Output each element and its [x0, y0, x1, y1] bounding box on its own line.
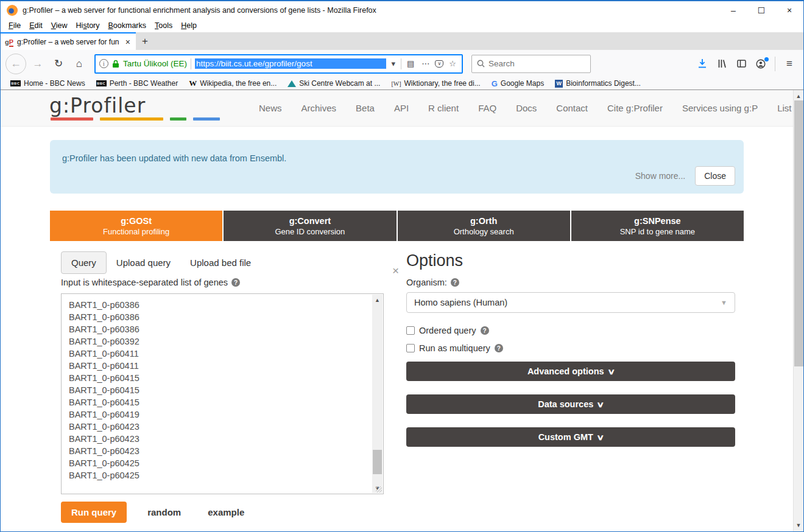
bookmark-bioinformatics-digest[interactable]: WBioinformatics Digest...	[550, 79, 646, 88]
forward-icon[interactable]: →	[29, 55, 47, 73]
advanced-options-button[interactable]: Advanced options∨	[406, 362, 735, 381]
google-icon: G	[492, 79, 498, 88]
url-bar[interactable]: i Tartu Ülikool (EE) https://biit.cs.ut.…	[94, 54, 463, 74]
menu-edit[interactable]: Edit	[25, 20, 47, 31]
menu-label-part: Hi	[76, 21, 83, 30]
custom-gmt-button[interactable]: Custom GMT∨	[406, 427, 735, 447]
library-icon[interactable]	[713, 55, 731, 73]
organism-select[interactable]: Homo sapiens (Human) ▼	[406, 292, 735, 313]
tab-gost[interactable]: g:GOSt Functional profiling	[50, 211, 222, 241]
scrollbar-thumb[interactable]	[373, 450, 382, 474]
page-scrollbar[interactable]: ▲ ▼	[793, 90, 803, 531]
bookmark-star-icon[interactable]: ☆	[447, 59, 458, 68]
data-sources-button[interactable]: Data sources∨	[406, 394, 735, 414]
page-actions-icon[interactable]: ⋯	[420, 59, 431, 68]
bookmark-wiktionary[interactable]: [W]Wiktionary, the free di...	[386, 79, 485, 88]
reader-mode-icon[interactable]: ▤	[405, 59, 416, 68]
tab-gconvert[interactable]: g:Convert Gene ID conversion	[224, 211, 396, 241]
new-tab-button[interactable]: +	[136, 32, 154, 50]
browser-tab-gprofiler[interactable]: gP g:Profiler – a web server for fun ×	[1, 32, 136, 50]
pocket-icon[interactable]: ∨	[435, 60, 443, 68]
organism-value: Homo sapiens (Human)	[414, 298, 507, 307]
url-input[interactable]: https://biit.cs.ut.ee/gprofiler/gost	[195, 58, 386, 69]
site-info-icon[interactable]: i	[99, 59, 108, 68]
search-bar[interactable]	[471, 55, 591, 73]
scroll-down-icon[interactable]: ▼	[794, 520, 803, 530]
account-icon[interactable]	[752, 55, 770, 73]
downloads-icon[interactable]	[693, 55, 711, 73]
chevron-down-icon: ∨	[596, 400, 604, 409]
bookmark-wikipedia[interactable]: WWikipedia, the free en...	[184, 78, 281, 89]
bookmark-bbc-news[interactable]: BBCHome - BBC News	[5, 79, 90, 88]
urlbar-separator	[401, 58, 401, 69]
firefox-window: g:Profiler – a web server for functional…	[0, 0, 804, 532]
bookmark-ski-webcam[interactable]: Ski Centre Webcam at ...	[283, 79, 385, 88]
nav-link-beta[interactable]: Beta	[346, 98, 384, 118]
gene-list-text[interactable]: BART1_0-p60386 BART1_0-p60386 BART1_0-p6…	[62, 296, 372, 491]
ordered-query-checkbox[interactable]	[406, 326, 415, 335]
menu-help[interactable]: Help	[177, 20, 201, 31]
home-icon[interactable]: ⌂	[70, 55, 88, 73]
browser-menu-icon[interactable]: ≡	[780, 55, 799, 73]
tab-close-icon[interactable]: ×	[124, 37, 132, 47]
scrollbar-thumb[interactable]	[794, 100, 803, 366]
tab-upload-bed-file[interactable]: Upload bed file	[180, 252, 261, 273]
gprofiler-logo[interactable]: g:Profiler	[49, 96, 220, 121]
nav-link-cite[interactable]: Cite g:Profiler	[598, 98, 672, 118]
tab-upload-query[interactable]: Upload query	[107, 252, 180, 273]
tab-gorth[interactable]: g:Orth Orthology search	[398, 211, 570, 241]
urlbar-separator	[191, 58, 191, 69]
help-icon[interactable]: ?	[451, 278, 459, 287]
nav-link-services[interactable]: Services using g:P	[672, 98, 767, 118]
word-doc-icon: W	[555, 80, 563, 88]
nav-link-api[interactable]: API	[384, 98, 418, 118]
gene-input-label: Input is whitespace-separated list of ge…	[61, 278, 228, 287]
help-icon[interactable]: ?	[481, 326, 489, 335]
site-identity-label[interactable]: Tartu Ülikool (EE)	[123, 59, 187, 68]
toolbar-separator	[775, 57, 775, 71]
menu-view[interactable]: View	[47, 20, 72, 31]
menu-label-part: B	[108, 21, 113, 30]
history-dropdown-icon[interactable]: ▾	[390, 59, 398, 68]
nav-link-r-client[interactable]: R client	[418, 98, 468, 118]
bookmark-bbc-weather[interactable]: BBCPerth - BBC Weather	[91, 79, 183, 88]
search-input[interactable]	[488, 59, 585, 68]
multiquery-checkbox[interactable]	[406, 344, 415, 352]
gene-input[interactable]: BART1_0-p60386 BART1_0-p60386 BART1_0-p6…	[61, 293, 384, 494]
nav-link-organisms[interactable]: List of organisms	[767, 98, 793, 118]
back-icon[interactable]: ←	[5, 54, 26, 74]
tab-gsnpense[interactable]: g:SNPense SNP id to gene name	[571, 211, 744, 241]
menu-file[interactable]: File	[4, 20, 25, 31]
help-icon[interactable]: ?	[495, 344, 503, 352]
help-icon[interactable]: ?	[231, 278, 240, 287]
nav-link-news[interactable]: News	[249, 98, 292, 118]
maximize-button[interactable]: ☐	[747, 1, 775, 19]
nav-link-contact[interactable]: Contact	[546, 98, 598, 118]
close-button[interactable]: ×	[775, 1, 803, 19]
nav-link-archives[interactable]: Archives	[292, 98, 347, 118]
example-button[interactable]: example	[202, 503, 250, 521]
scroll-up-icon[interactable]: ▲	[794, 91, 803, 101]
show-more-link[interactable]: Show more...	[635, 171, 685, 181]
bookmark-google-maps[interactable]: GGoogle Maps	[487, 79, 549, 89]
nav-link-docs[interactable]: Docs	[506, 98, 546, 118]
random-button[interactable]: random	[141, 503, 187, 521]
minimize-button[interactable]: –	[719, 1, 747, 19]
scroll-up-icon[interactable]: ▲	[372, 295, 383, 305]
menu-history[interactable]: History	[72, 20, 104, 31]
menu-bookmarks[interactable]: Bookmarks	[104, 20, 151, 31]
multiquery-label: Run as multiquery	[419, 343, 490, 353]
resize-grip[interactable]	[376, 486, 382, 492]
sidebar-toggle-icon[interactable]	[732, 55, 750, 73]
gene-input-scrollbar[interactable]: ▲ ▼	[372, 295, 383, 493]
lock-icon	[112, 60, 119, 68]
run-query-button[interactable]: Run query	[61, 502, 127, 523]
tab-query[interactable]: Query	[61, 251, 107, 274]
clear-input-icon[interactable]: ×	[392, 265, 399, 276]
options-title: Options	[406, 251, 735, 270]
reload-icon[interactable]: ↻	[49, 55, 68, 73]
nav-link-faq[interactable]: FAQ	[468, 98, 506, 118]
notice-close-button[interactable]: Close	[695, 166, 735, 186]
menu-tools[interactable]: Tools	[150, 20, 177, 31]
site-header: g:Profiler News Archives Beta API R clie…	[1, 90, 793, 127]
